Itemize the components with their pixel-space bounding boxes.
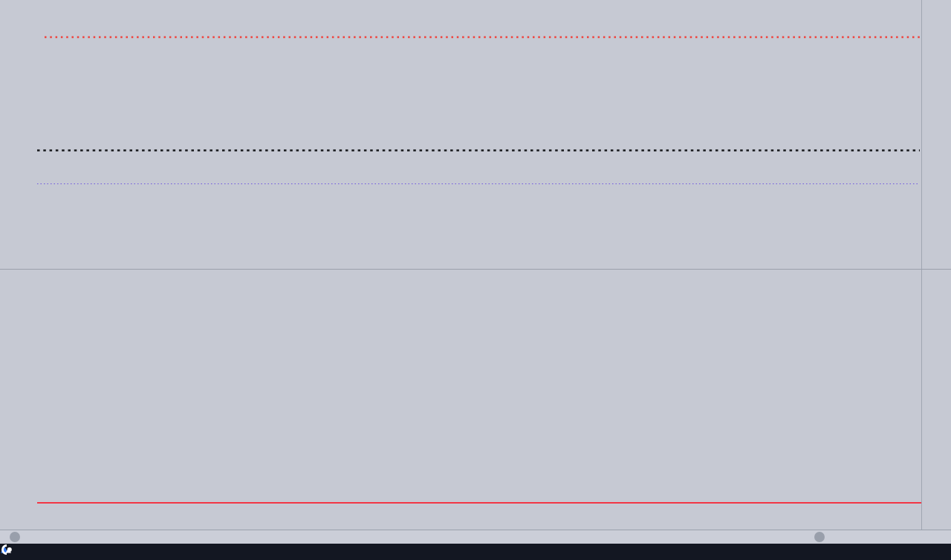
panel-divider[interactable] — [0, 269, 951, 270]
legend-ema[interactable] — [41, 281, 45, 290]
time-axis-right-handle[interactable] — [814, 532, 825, 542]
legend-ma[interactable] — [41, 272, 45, 281]
time-axis-left-handle[interactable] — [10, 532, 20, 542]
legend-wma[interactable] — [41, 290, 45, 299]
right-scale-divider — [921, 0, 922, 530]
cryptoquant-logo-icon — [0, 544, 13, 556]
legend-price-series[interactable] — [41, 14, 45, 23]
time-axis[interactable] — [0, 530, 951, 544]
footer-bar — [0, 544, 951, 560]
stage — [0, 0, 951, 560]
legend-funding-series[interactable] — [41, 4, 48, 13]
chart-canvas[interactable] — [0, 0, 951, 560]
